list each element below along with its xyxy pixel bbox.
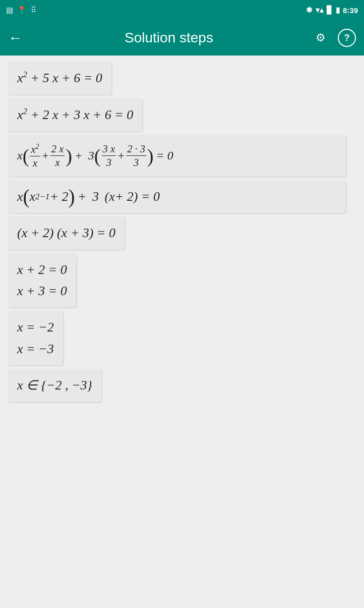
bluetooth-icon: ✱: [306, 6, 313, 15]
step-2[interactable]: x2 + 2 x + 3 x + 6 = 0: [8, 98, 142, 131]
step-4[interactable]: x ( x2−1 + 2 ) + 3 (x + 2) = 0: [8, 181, 346, 213]
step-1[interactable]: x2 + 5 x + 6 = 0: [8, 62, 111, 94]
time-display: 8:39: [343, 6, 358, 15]
solution-steps-content: x2 + 5 x + 6 = 0 x2 + 2 x + 3 x + 6 = 0 …: [0, 56, 364, 608]
status-bar-right: ✱ ▾▴ ▊ ▮ 8:39: [306, 6, 358, 15]
signal-icon: ▊: [327, 6, 333, 15]
step-10[interactable]: x ∈ {−2 , −3}: [8, 369, 101, 402]
status-bar: ▤ 📍 ⠿ ✱ ▾▴ ▊ ▮ 8:39: [0, 0, 364, 20]
back-button[interactable]: ←: [8, 30, 22, 46]
app-bar-icons: ⚙ ?: [312, 29, 356, 47]
step-3[interactable]: x ( x2 x + 2 x x ) + 3 ( 3 x 3 + 2 · 3 3: [8, 135, 346, 177]
location-icon: 📍: [17, 6, 27, 15]
step-8-9[interactable]: x = −2 x = −3: [8, 311, 63, 365]
status-bar-left: ▤ 📍 ⠿: [6, 6, 36, 15]
battery-icon: ▮: [336, 6, 340, 15]
app-bar: ← Solution steps ⚙ ?: [0, 20, 364, 56]
settings-button[interactable]: ⚙: [312, 29, 330, 47]
grid-icon: ⠿: [31, 6, 36, 15]
wifi-icon: ▾▴: [316, 6, 324, 15]
step-5[interactable]: (x + 2) (x + 3) = 0: [8, 217, 125, 249]
help-button[interactable]: ?: [338, 29, 356, 47]
app-bar-title: Solution steps: [26, 30, 312, 46]
sim-icon: ▤: [6, 6, 13, 15]
step-6-7[interactable]: x + 2 = 0 x + 3 = 0: [8, 254, 76, 308]
